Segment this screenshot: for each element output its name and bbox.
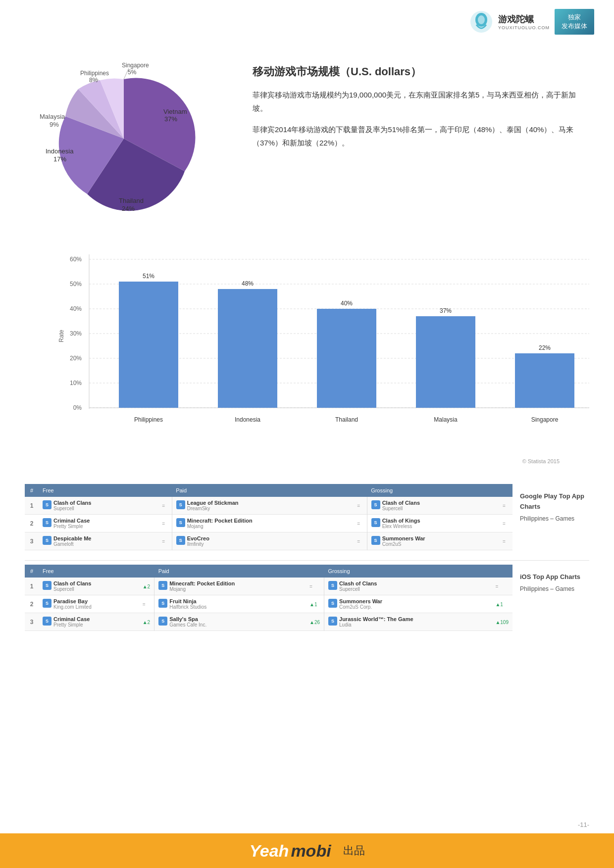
logo-text-area: 游戏陀螺 YOUXITUOLUO.COM bbox=[498, 13, 550, 30]
svg-text:Indonesia: Indonesia bbox=[46, 147, 74, 155]
main-content: Vietnam 37% Thailand 24% Indonesia 17% M… bbox=[0, 40, 614, 631]
ios-side-sub: Philippines – Games bbox=[520, 584, 589, 594]
free-change-cell: ▲2 bbox=[139, 613, 154, 631]
app-icon-paid: S bbox=[158, 599, 167, 608]
svg-rect-43 bbox=[416, 316, 475, 408]
paid-change-cell: = bbox=[353, 515, 367, 532]
svg-text:Philippines: Philippines bbox=[80, 70, 109, 77]
paid-change-badge: = bbox=[357, 539, 360, 544]
svg-text:10%: 10% bbox=[70, 380, 82, 386]
gp-table-body: 1 S Clash of Clans Supercell = S League … bbox=[25, 497, 512, 550]
grossing-app-dev: Supercell bbox=[382, 506, 420, 511]
paid-app-name: Minecraft: Pocket Edition bbox=[187, 518, 253, 524]
free-change-cell: ▲2 bbox=[139, 578, 154, 595]
free-app-dev: Pretty Simple bbox=[53, 622, 90, 627]
page-header: 游戏陀螺 YOUXITUOLUO.COM 独家 发布媒体 bbox=[0, 0, 614, 40]
free-app-name: Paradise Bay bbox=[53, 598, 92, 604]
app-icon-paid: S bbox=[176, 500, 185, 509]
table-row: 3 S Despicable Me Gameloft = S EvoCreo bbox=[25, 532, 512, 550]
gp-rank-header: # bbox=[25, 484, 39, 497]
grossing-change-cell: = bbox=[499, 497, 512, 515]
ios-paid-header: Paid bbox=[154, 565, 324, 578]
grossing-app-name: Jurassic World™: The Game bbox=[339, 616, 413, 622]
free-app-name: Clash of Clans bbox=[53, 580, 91, 586]
free-app-dev: Gameloft bbox=[53, 541, 91, 547]
grossing-change-badge: ▲1 bbox=[495, 602, 503, 607]
footer-publish: 出品 bbox=[343, 843, 365, 858]
gp-grossing-header: Grossing bbox=[367, 484, 512, 497]
pie-section: Vietnam 37% Thailand 24% Indonesia 17% M… bbox=[25, 49, 589, 220]
svg-text:Malaysia: Malaysia bbox=[40, 113, 65, 120]
svg-text:9%: 9% bbox=[50, 121, 59, 128]
grossing-change-badge: = bbox=[503, 539, 506, 544]
svg-text:50%: 50% bbox=[70, 281, 82, 288]
ios-side-title: iOS Top App Charts bbox=[520, 572, 589, 582]
pie-section-body: 菲律宾移动游戏市场规模约为19,000,000美元，在东南亚国家排名第5，与马来… bbox=[253, 88, 589, 149]
free-app-dev: King.com Limited bbox=[53, 604, 92, 610]
free-app-name: Criminal Case bbox=[53, 616, 90, 622]
ios-table-row: # Free Paid Grossing 1 S Clash of Clans … bbox=[25, 565, 589, 631]
paid-app-cell: S EvoCreo Ilmfinity bbox=[172, 532, 353, 550]
app-icon-grossing: S bbox=[328, 599, 337, 608]
paid-app-name: League of Stickman bbox=[187, 500, 239, 506]
gp-side-title: Google Play Top App Charts bbox=[520, 491, 589, 512]
gp-side-sub: Philippines – Games bbox=[520, 514, 589, 524]
table-row: 2 S Criminal Case Pretty Simple = S Mine… bbox=[25, 515, 512, 532]
svg-text:Rate: Rate bbox=[58, 330, 65, 342]
rank-cell: 1 bbox=[25, 497, 39, 515]
svg-text:24%: 24% bbox=[122, 205, 135, 212]
gp-table-header-row: # Free Paid Grossing bbox=[25, 484, 512, 497]
free-app-cell: S Clash of Clans Supercell bbox=[39, 578, 139, 595]
exclusive-badge: 独家 发布媒体 bbox=[555, 9, 594, 35]
app-icon-free: S bbox=[43, 617, 51, 626]
free-change-cell: = bbox=[139, 595, 154, 613]
ios-rank-header: # bbox=[25, 565, 39, 578]
svg-rect-34 bbox=[119, 282, 178, 408]
paid-app-name: EvoCreo bbox=[187, 535, 209, 541]
paid-app-name: Minecraft: Pocket Edition bbox=[169, 580, 235, 586]
svg-text:30%: 30% bbox=[70, 330, 82, 337]
grossing-app-name: Clash of Kings bbox=[382, 518, 420, 524]
grossing-app-cell: S Jurassic World™: The Game Ludia bbox=[324, 613, 492, 631]
svg-text:20%: 20% bbox=[70, 355, 82, 362]
svg-text:Vietnam: Vietnam bbox=[163, 108, 187, 115]
page-footer: Yeah mobi 出品 bbox=[0, 833, 614, 868]
free-app-cell: S Paradise Bay King.com Limited bbox=[39, 595, 139, 613]
grossing-change-badge: = bbox=[495, 584, 498, 589]
free-app-cell: S Despicable Me Gameloft bbox=[39, 532, 158, 550]
svg-rect-37 bbox=[218, 289, 277, 408]
rank-cell: 2 bbox=[25, 595, 39, 613]
grossing-change-cell: = bbox=[499, 532, 512, 550]
app-icon-paid: S bbox=[158, 581, 167, 590]
app-icon-paid: S bbox=[158, 617, 167, 626]
svg-text:60%: 60% bbox=[70, 256, 82, 263]
free-change-badge: = bbox=[162, 503, 165, 509]
grossing-app-dev: Ludia bbox=[339, 622, 413, 627]
svg-text:8%: 8% bbox=[89, 77, 98, 84]
rank-cell: 2 bbox=[25, 515, 39, 532]
svg-text:40%: 40% bbox=[70, 305, 82, 312]
grossing-app-dev: Supercell bbox=[339, 586, 377, 592]
grossing-app-name: Summoners War bbox=[382, 535, 425, 541]
paid-app-name: Sally's Spa bbox=[169, 616, 206, 622]
svg-text:Philippines: Philippines bbox=[134, 416, 163, 423]
app-icon-grossing: S bbox=[328, 617, 337, 626]
grossing-app-dev: Com2uS Corp. bbox=[339, 604, 382, 610]
paid-app-dev: DreamSky bbox=[187, 506, 239, 511]
free-change-badge: ▲2 bbox=[143, 584, 150, 589]
svg-rect-46 bbox=[515, 353, 574, 408]
pie-chart-svg: Vietnam 37% Thailand 24% Indonesia 17% M… bbox=[25, 49, 233, 218]
app-icon-grossing: S bbox=[371, 518, 380, 527]
logo-icon bbox=[469, 10, 493, 34]
svg-text:Thailand: Thailand bbox=[335, 416, 358, 423]
grossing-change-badge: ▲109 bbox=[495, 620, 509, 625]
pie-body2: 菲律宾2014年移动游戏的下载量普及率为51%排名第一，高于印尼（48%）、泰国… bbox=[253, 123, 589, 149]
pie-chart-container: Vietnam 37% Thailand 24% Indonesia 17% M… bbox=[25, 49, 233, 220]
grossing-app-cell: S Clash of Clans Supercell bbox=[367, 497, 499, 515]
paid-change-cell: = bbox=[353, 497, 367, 515]
free-change-cell: = bbox=[158, 497, 172, 515]
svg-text:48%: 48% bbox=[242, 280, 254, 287]
gp-paid-header: Paid bbox=[172, 484, 367, 497]
table-divider bbox=[25, 560, 589, 561]
paid-app-cell: S Fruit Ninja Halfbrick Studios bbox=[154, 595, 306, 613]
